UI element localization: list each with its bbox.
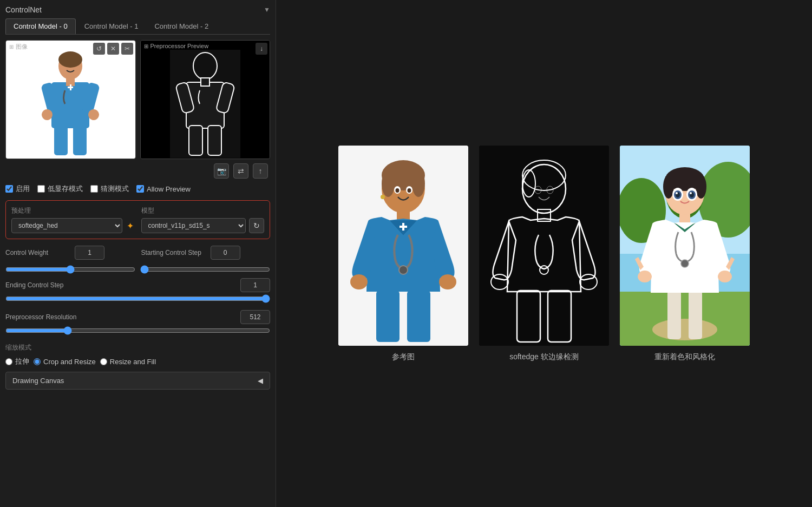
scale-fill-radio[interactable] <box>100 358 107 365</box>
svg-rect-57 <box>667 291 681 339</box>
low-vram-checkbox[interactable] <box>37 185 45 193</box>
svg-rect-34 <box>376 291 400 342</box>
preprocessor-resolution-row: Preprocessor Resolution 512 <box>5 310 270 324</box>
left-panel: ControlNet ▼ Control Model - 0 Control M… <box>0 0 276 507</box>
svg-point-24 <box>412 170 425 197</box>
scale-crop-label: Crop and Resize <box>43 358 96 366</box>
download-preprocessor-button[interactable]: ↓ <box>256 43 267 55</box>
right-panel: 参考图 <box>276 0 812 507</box>
control-weight-label: Control Weight <box>5 249 70 256</box>
preprocessor-image-box: ⊞ Preprocessor Preview ↓ <box>140 40 271 159</box>
low-vram-checkbox-item[interactable]: 低显存模式 <box>37 184 83 194</box>
image-panels-row: ⊞ 图像 ↺ ✕ ✂ <box>5 40 270 159</box>
gallery-item-2: 重新着色和风格化 <box>620 146 750 362</box>
svg-point-31 <box>350 274 368 289</box>
svg-rect-38 <box>479 146 609 346</box>
ending-control-step-slider-container <box>5 294 270 305</box>
panel-title: ControlNet <box>5 5 42 14</box>
scale-options: 拉伸 Crop and Resize Resize and Fill <box>5 357 270 366</box>
scale-stretch-label: 拉伸 <box>15 357 29 366</box>
svg-point-56 <box>652 319 717 340</box>
guess-mode-checkbox-item[interactable]: 猜测模式 <box>90 184 129 194</box>
control-weight-value[interactable]: 1 <box>75 246 104 260</box>
tab-control-model-2[interactable]: Control Model - 2 <box>147 18 216 34</box>
gallery-image-2 <box>620 146 750 346</box>
panel-collapse-icon[interactable]: ▼ <box>264 6 270 14</box>
ending-control-step-value[interactable]: 1 <box>240 278 270 292</box>
svg-rect-19 <box>208 126 221 155</box>
scale-crop-radio[interactable] <box>34 358 41 365</box>
drawing-canvas[interactable]: Drawing Canvas ◀ <box>5 372 270 390</box>
gallery-image-0 <box>338 146 468 346</box>
enable-checkbox[interactable] <box>5 185 13 193</box>
svg-point-29 <box>408 188 411 193</box>
guess-mode-checkbox[interactable] <box>90 185 98 193</box>
starting-control-step-value[interactable]: 0 <box>211 246 240 260</box>
toolbar-row: 📷 ⇄ ↑ <box>5 163 270 179</box>
svg-point-28 <box>396 188 400 193</box>
preprocessor-resolution-label: Preprocessor Resolution <box>5 313 76 321</box>
gallery: 参考图 <box>338 146 750 362</box>
preprocessor-resolution-slider-container <box>5 326 270 337</box>
close-source-button[interactable]: ✕ <box>107 43 119 55</box>
svg-point-23 <box>382 170 395 197</box>
enable-checkbox-item[interactable]: 启用 <box>5 184 30 194</box>
ending-control-step-label: Ending Control Step <box>5 281 70 289</box>
dual-slider-row <box>5 265 270 273</box>
sliders-grid: Control Weight 1 Starting Control Step 0 <box>5 246 270 263</box>
model-reload-button[interactable]: ↻ <box>249 218 264 233</box>
refresh-source-button[interactable]: ↺ <box>93 43 105 55</box>
svg-point-74 <box>676 192 678 194</box>
scale-mode-section: 缩放模式 拉伸 Crop and Resize Resize and Fill <box>5 343 270 366</box>
preprocessor-resolution-value[interactable]: 512 <box>240 310 270 324</box>
preprocessor-resolution-slider[interactable] <box>5 326 270 335</box>
scale-mode-label: 缩放模式 <box>5 343 270 352</box>
svg-rect-8 <box>54 126 68 155</box>
edit-source-button[interactable]: ✂ <box>121 43 133 55</box>
camera-icon-button[interactable]: 📷 <box>214 163 229 179</box>
model-select[interactable]: control_v11p_sd15_s <box>141 218 246 233</box>
control-weight-row: Control Weight 1 <box>5 246 135 260</box>
source-image-controls: ↺ ✕ ✂ <box>93 43 133 55</box>
scale-fill-option[interactable]: Resize and Fill <box>100 358 156 366</box>
source-image <box>6 41 135 159</box>
ending-control-step-row: Ending Control Step 1 <box>5 278 270 292</box>
svg-rect-9 <box>73 126 87 155</box>
svg-point-60 <box>718 271 732 282</box>
scale-stretch-option[interactable]: 拉伸 <box>5 357 29 366</box>
gallery-image-1 <box>479 146 609 346</box>
tabs-container: Control Model - 0 Control Model - 1 Cont… <box>5 18 270 35</box>
svg-point-33 <box>399 266 408 274</box>
svg-point-75 <box>690 192 692 194</box>
control-weight-slider[interactable] <box>5 265 135 274</box>
tab-control-model-0[interactable]: Control Model - 0 <box>5 18 76 34</box>
preprocessor-select[interactable]: softedge_hed <box>11 218 122 233</box>
svg-rect-37 <box>402 223 404 231</box>
allow-preview-checkbox[interactable] <box>136 185 144 193</box>
upload-icon-button[interactable]: ↑ <box>253 163 268 179</box>
preprocessor-image-label: ⊞ Preprocessor Preview <box>144 43 209 49</box>
allow-preview-checkbox-item[interactable]: Allow Preview <box>136 185 191 193</box>
scale-crop-option[interactable]: Crop and Resize <box>34 358 96 366</box>
scale-fill-label: Resize and Fill <box>110 358 156 366</box>
svg-rect-67 <box>665 176 704 185</box>
starting-control-step-col: Starting Control Step 0 <box>141 246 271 263</box>
starting-control-step-slider[interactable] <box>140 265 270 274</box>
svg-rect-15 <box>201 78 209 86</box>
preprocessor-image <box>141 41 270 159</box>
svg-point-59 <box>638 271 652 282</box>
swap-icon-button[interactable]: ⇄ <box>233 163 248 179</box>
svg-rect-11 <box>70 84 71 90</box>
control-weight-col: Control Weight 1 <box>5 246 135 263</box>
gallery-item-0: 参考图 <box>338 146 468 362</box>
tab-control-model-1[interactable]: Control Model - 1 <box>77 18 146 34</box>
gallery-caption-2: 重新着色和风格化 <box>654 352 715 362</box>
ending-control-step-slider[interactable] <box>5 294 270 303</box>
gallery-caption-0: 参考图 <box>392 352 415 362</box>
checkboxes-row: 启用 低显存模式 猜测模式 Allow Preview <box>5 184 270 194</box>
svg-point-61 <box>681 260 689 267</box>
preprocessor-star-button[interactable]: ✦ <box>126 220 135 232</box>
svg-rect-18 <box>189 126 202 155</box>
scale-stretch-radio[interactable] <box>5 358 12 365</box>
gallery-caption-1: softedge 软边缘检测 <box>509 352 579 362</box>
